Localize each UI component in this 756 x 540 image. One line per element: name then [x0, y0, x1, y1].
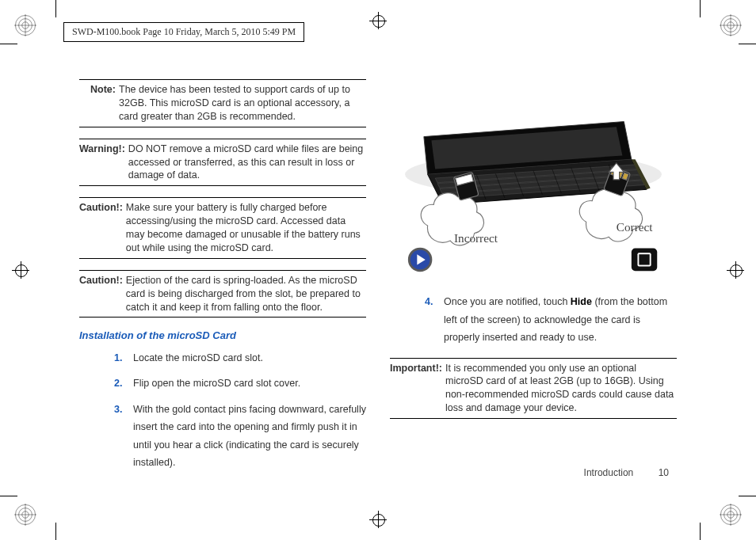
crop-mark — [55, 0, 56, 17]
section-title: Installation of the microSD Card — [79, 329, 366, 343]
svg-rect-40 — [639, 254, 649, 264]
step-2: 2. Flip open the microSD card slot cover… — [114, 375, 366, 393]
caution2-text: Ejection of the card is spring-loaded. A… — [126, 274, 366, 314]
crop-mark — [739, 496, 756, 496]
step-text: With the gold contact pins facing downwa… — [133, 401, 366, 472]
reg-mark-bl — [14, 504, 36, 526]
install-steps: 1. Locate the microSD card slot. 2. Flip… — [79, 349, 366, 472]
step-num: 3. — [114, 401, 133, 472]
caution2-block: Caution!: Ejection of the card is spring… — [79, 270, 366, 318]
reg-mark-tl — [14, 14, 36, 36]
step4-bold: Hide — [571, 296, 592, 307]
footer-section: Introduction — [584, 467, 634, 478]
step-text: Locate the microSD card slot. — [133, 349, 366, 367]
crop-mark — [700, 0, 701, 17]
book-header: SWD-M100.book Page 10 Friday, March 5, 2… — [63, 22, 304, 42]
important-label: Important!: — [390, 362, 445, 416]
book-header-text: SWD-M100.book Page 10 Friday, March 5, 2… — [72, 26, 296, 37]
crop-mark — [0, 496, 17, 496]
step4-pre: Once you are notified, touch — [444, 296, 571, 307]
warning-block: Warning!: DO NOT remove a microSD card w… — [79, 139, 366, 187]
caution1-block: Caution!: Make sure your battery is full… — [79, 197, 366, 259]
step-num: 2. — [114, 375, 133, 393]
page-content: Note: The device has been tested to supp… — [79, 79, 677, 492]
reg-mark-tr — [720, 14, 742, 36]
correct-label: Correct — [617, 220, 653, 234]
important-block: Important!: It is recommended you only u… — [390, 358, 677, 420]
crop-mark — [0, 44, 17, 44]
warning-text: DO NOT remove a microSD card while files… — [128, 143, 366, 183]
important-text: It is recommended you only use an option… — [445, 362, 677, 416]
note-block: Note: The device has been tested to supp… — [79, 79, 366, 127]
step-text: Flip open the microSD card slot cover. — [133, 375, 366, 393]
step-4: 4. Once you are notified, touch Hide (fr… — [425, 293, 677, 347]
footer-page: 10 — [659, 467, 669, 478]
incorrect-label: Incorrect — [454, 231, 498, 245]
step-1: 1. Locate the microSD card slot. — [114, 349, 366, 367]
step-3: 3. With the gold contact pins facing dow… — [114, 401, 366, 472]
right-column: Incorrect Correct — [390, 79, 677, 492]
step-num: 1. — [114, 349, 133, 367]
crop-mark — [700, 523, 701, 540]
left-column: Note: The device has been tested to supp… — [79, 79, 366, 492]
caution1-label: Caution!: — [79, 201, 126, 255]
step-num: 4. — [425, 293, 444, 347]
step-text: Once you are notified, touch Hide (from … — [444, 293, 677, 347]
note-text: The device has been tested to support ca… — [119, 83, 366, 124]
caution1-text: Make sure your battery is fully charged … — [126, 201, 366, 255]
caution2-label: Caution!: — [79, 274, 126, 314]
reg-mark-br — [720, 504, 742, 526]
crop-mark — [739, 44, 756, 44]
device-illustration: Incorrect Correct — [390, 79, 677, 277]
crop-mark — [55, 523, 56, 540]
page-footer: Introduction 10 — [584, 467, 669, 478]
install-steps-cont: 4. Once you are notified, touch Hide (fr… — [390, 293, 677, 347]
warning-label: Warning!: — [79, 143, 128, 183]
note-label: Note: — [79, 83, 119, 124]
